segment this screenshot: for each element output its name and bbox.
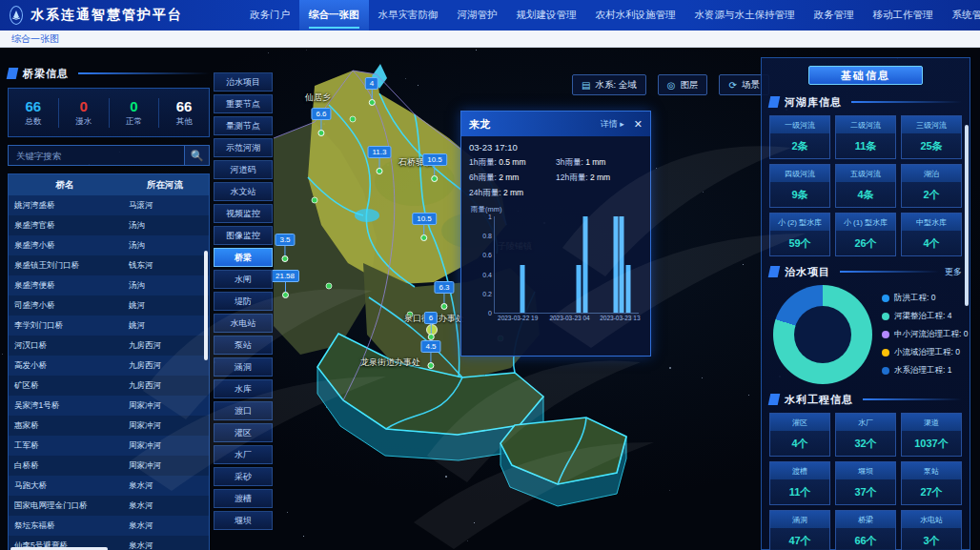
- table-row[interactable]: 国家电网理金门口桥泉水河: [9, 496, 209, 516]
- table-row[interactable]: 祭坛东福桥泉水河: [9, 516, 209, 536]
- bridge-table: 桥名 所在河流 姚河湾盛桥马滚河泉盛湾官桥汤沟泉盛湾小桥汤沟泉盛镇王刘门口桥钱东…: [8, 173, 210, 550]
- bridge-name-cell: 河汊口桥: [9, 336, 121, 356]
- table-row[interactable]: 工军桥周家冲河: [9, 436, 209, 456]
- nav-item-综合一张图[interactable]: 综合一张图: [299, 0, 369, 31]
- breadcrumb-bar: 综合一张图: [0, 31, 980, 48]
- x-tick-label: 2023-03-23 13: [600, 315, 640, 321]
- layer-item-水闸[interactable]: 水闸: [214, 270, 273, 289]
- app-root: 水系连通智慧管护平台 政务门户综合一张图水旱灾害防御河湖管护规划建设管理农村水利…: [0, 0, 980, 550]
- map-station-marker[interactable]: 4.5: [420, 336, 440, 369]
- nav-item-政务门户[interactable]: 政务门户: [240, 0, 299, 31]
- bridge-name-cell: 国家电网理金门口桥: [9, 496, 121, 516]
- layer-item-治水项目[interactable]: 治水项目: [214, 72, 273, 92]
- map-station-marker[interactable]: 3.5: [275, 229, 295, 262]
- cell-value: 11条: [836, 133, 895, 158]
- cell-value: 9条: [770, 182, 829, 207]
- marker-stem: [285, 282, 286, 292]
- right-panel-scrollbar[interactable]: [965, 125, 969, 306]
- river-name-cell: 九房西河: [121, 376, 209, 396]
- table-row[interactable]: 河汊口桥九房西河: [9, 336, 209, 356]
- table-row[interactable]: 泉盛镇王刘门口桥钱东河: [9, 255, 209, 275]
- layer-item-量测节点[interactable]: 量测节点: [214, 116, 273, 135]
- layer-item-水厂[interactable]: 水厂: [214, 445, 273, 464]
- nav-item-水旱灾害防御[interactable]: 水旱灾害防御: [369, 0, 448, 31]
- legend-item-小流域治理工程: 小流域治理工程: 0: [882, 347, 968, 358]
- table-row[interactable]: 司盛湾小桥姚河: [9, 295, 209, 316]
- map-station-marker[interactable]: 6.3: [434, 276, 454, 310]
- cell-value: 4个: [902, 231, 961, 255]
- layer-item-桥梁[interactable]: 桥梁: [214, 248, 273, 267]
- nav-item-规划建设管理[interactable]: 规划建设管理: [507, 0, 586, 31]
- table-row[interactable]: 泉盛湾官桥汤沟: [9, 215, 209, 235]
- layers-button-icon: ◎: [667, 80, 676, 91]
- marker-pin-icon: [428, 362, 435, 369]
- close-icon[interactable]: ✕: [634, 118, 643, 131]
- layer-item-渡槽[interactable]: 渡槽: [214, 489, 273, 508]
- search-input[interactable]: [8, 145, 185, 166]
- nav-item-移动工作管理[interactable]: 移动工作管理: [864, 0, 943, 31]
- breadcrumb[interactable]: 综合一张图: [11, 32, 59, 46]
- map-station-marker[interactable]: 10.5: [422, 149, 447, 182]
- layer-item-视频监控[interactable]: 视频监控: [214, 204, 273, 223]
- layer-item-泵站[interactable]: 泵站: [214, 336, 273, 355]
- river-name-cell: 泉水河: [121, 476, 209, 496]
- table-row[interactable]: 泉盛湾小桥汤沟: [9, 235, 209, 255]
- bridge-name-cell: 工军桥: [9, 436, 121, 456]
- layer-item-图像监控[interactable]: 图像监控: [214, 226, 273, 245]
- table-row[interactable]: 白桥桥周家冲河: [9, 456, 209, 476]
- layer-item-堤防[interactable]: 堤防: [214, 292, 273, 311]
- bridge-stat-正常: 0正常: [110, 98, 160, 128]
- section-divider: [78, 72, 210, 74]
- nav-item-农村水利设施管理[interactable]: 农村水利设施管理: [586, 0, 685, 31]
- water-system-filter[interactable]: ▤水系: 全域: [572, 74, 646, 95]
- legend-item-防洪工程: 防洪工程: 0: [882, 293, 968, 304]
- table-vertical-scrollbar[interactable]: [204, 251, 208, 360]
- table-row[interactable]: 马跑大桥泉水河: [9, 476, 209, 496]
- layer-item-重要节点[interactable]: 重要节点: [214, 94, 273, 113]
- map-station-marker[interactable]: 4: [365, 72, 378, 106]
- table-row[interactable]: 吴家湾1号桥周家冲河: [9, 396, 209, 416]
- search-button[interactable]: 🔍: [185, 145, 210, 166]
- map-station-marker[interactable]: 11.3: [368, 141, 392, 174]
- layer-item-水文站[interactable]: 水文站: [214, 182, 273, 201]
- nav-item-系统管理[interactable]: 系统管理: [943, 0, 980, 31]
- bridge-name-cell: 泉盛镇王刘门口桥: [9, 255, 121, 275]
- map-station-marker[interactable]: 10.5: [412, 208, 437, 241]
- layer-item-示范河湖[interactable]: 示范河湖: [214, 138, 273, 157]
- layer-item-灌区[interactable]: 灌区: [214, 423, 273, 442]
- marker-pin-icon: [282, 292, 289, 298]
- table-row[interactable]: 泉盛湾便桥汤沟: [9, 275, 209, 295]
- table-row[interactable]: 高发小桥九房西河: [9, 356, 209, 376]
- col-header-river: 所在河流: [121, 174, 209, 195]
- marker-pin-icon: [282, 255, 289, 262]
- map-station-marker[interactable]: 6.6: [311, 103, 331, 136]
- layer-item-采砂[interactable]: 采砂: [214, 467, 273, 486]
- table-row[interactable]: 李学刘门口桥姚河: [9, 316, 209, 336]
- table-body: 姚河湾盛桥马滚河泉盛湾官桥汤沟泉盛湾小桥汤沟泉盛镇王刘门口桥钱东河泉盛湾便桥汤沟…: [9, 195, 209, 550]
- layer-item-渡口[interactable]: 渡口: [214, 401, 273, 420]
- bridge-name-cell: 泉盛湾官桥: [9, 215, 121, 235]
- layer-item-水库[interactable]: 水库: [214, 379, 273, 398]
- layer-item-堰坝[interactable]: 堰坝: [214, 511, 273, 530]
- y-tick-label: 1: [488, 214, 492, 220]
- nav-item-政务管理[interactable]: 政务管理: [805, 0, 864, 31]
- cell-value: 3个: [902, 528, 961, 550]
- marker-value: 4: [365, 77, 378, 90]
- nav-item-水资源与水土保持管理[interactable]: 水资源与水土保持管理: [685, 0, 805, 31]
- layer-item-河道码[interactable]: 河道码: [214, 160, 273, 179]
- legend-label: 小流域治理工程: 0: [894, 347, 960, 358]
- table-row[interactable]: 矿区桥九房西河: [9, 376, 209, 396]
- layer-item-涵洞[interactable]: 涵洞: [214, 357, 273, 377]
- map-station-marker[interactable]: 21.58: [271, 265, 299, 298]
- table-row[interactable]: 姚河湾盛桥马滚河: [9, 195, 209, 215]
- cell-label: 湖泊: [902, 165, 961, 182]
- nav-item-河湖管护[interactable]: 河湖管护: [448, 0, 507, 31]
- table-row[interactable]: 惠家桥周家冲河: [9, 416, 209, 436]
- cell-label: 三级河流: [902, 116, 961, 133]
- popup-detail-link[interactable]: 详情 ▸: [601, 118, 624, 131]
- basic-info-badge[interactable]: 基础信息: [808, 66, 923, 85]
- more-link[interactable]: 更多: [945, 266, 962, 278]
- layer-item-水电站[interactable]: 水电站: [214, 314, 273, 333]
- layers-button[interactable]: ◎图层: [658, 74, 708, 95]
- river-name-cell: 姚河: [121, 295, 209, 316]
